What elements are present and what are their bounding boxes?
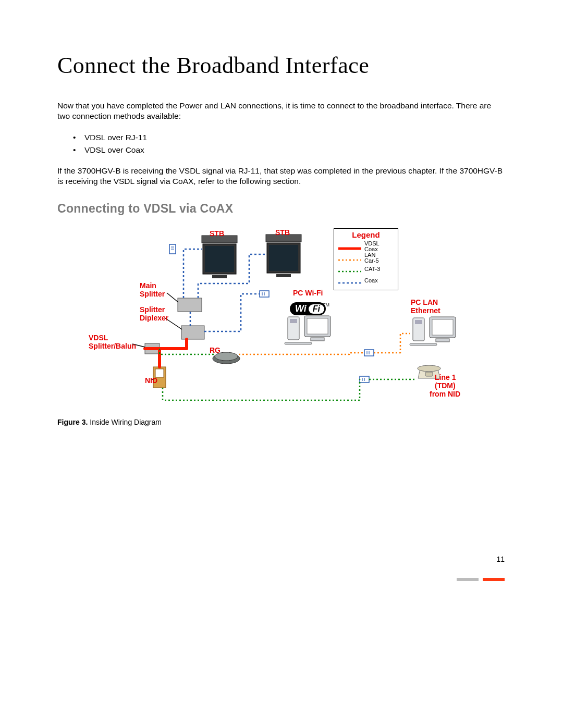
legend-box: Legend VDSLCoax LANCar-5 CAT-3 Coax — [334, 228, 398, 290]
svg-point-39 — [418, 365, 440, 372]
label-main-splitter: Splitter — [140, 290, 165, 298]
svg-rect-40 — [425, 372, 433, 376]
label-line1: (TDM) — [435, 381, 456, 390]
legend-swatch-lan — [338, 255, 361, 261]
pc-icon — [285, 316, 331, 344]
figure-caption: Figure 3. Inside Wiring Diagram — [57, 418, 506, 426]
page-title: Connect the Broadband Interface — [57, 52, 506, 79]
svg-rect-24 — [276, 274, 291, 277]
section-heading: Connecting to VDSL via CoAX — [57, 202, 506, 216]
list-item: VDSL over Coax — [84, 144, 506, 156]
svg-line-41 — [167, 293, 178, 302]
pc-icon — [410, 317, 456, 346]
stb-icon — [202, 236, 237, 278]
svg-rect-19 — [205, 246, 234, 272]
footer-decor — [457, 578, 505, 581]
intro-paragraph: Now that you have completed the Power an… — [57, 101, 506, 122]
wiring-diagram: WiFi TM STB STB Main Splitter Splitter D… — [89, 223, 464, 411]
label-vdsl-splitter: VDSL — [89, 334, 108, 342]
list-item: VDSL over RJ-11 — [84, 131, 506, 144]
label-pc-lan: Ethernet — [411, 306, 440, 315]
svg-rect-20 — [212, 275, 227, 278]
label-nid: NID — [145, 376, 157, 385]
svg-rect-37 — [415, 320, 422, 324]
label-main-splitter: Main — [140, 281, 156, 290]
svg-rect-34 — [432, 319, 453, 335]
label-rg: RG — [210, 346, 221, 354]
wifi-tm: TM — [323, 302, 329, 307]
legend-swatch-coax — [338, 278, 361, 283]
label-pc-lan: PC LAN — [411, 298, 438, 306]
label-stb: STB — [275, 228, 290, 237]
wifi-icon: WiFi — [290, 302, 326, 315]
svg-rect-23 — [269, 245, 298, 271]
page: Connect the Broadband Interface Now that… — [0, 0, 563, 728]
stb-icon — [266, 235, 301, 277]
label-line1: Line 1 — [435, 373, 456, 381]
svg-rect-35 — [436, 339, 449, 342]
svg-rect-38 — [410, 343, 437, 346]
page-number: 11 — [496, 555, 505, 563]
svg-rect-31 — [290, 319, 297, 323]
svg-rect-12 — [178, 298, 202, 312]
body-paragraph: If the 3700HGV-B is receiving the VSDL s… — [57, 166, 506, 187]
legend-swatch-vdsl-coax — [338, 244, 361, 249]
label-splitter-diplexer: Diplexer — [140, 314, 168, 322]
svg-rect-13 — [181, 326, 204, 339]
label-line1: from NID — [430, 390, 460, 398]
svg-rect-29 — [311, 338, 324, 341]
legend-title: Legend — [334, 229, 398, 241]
label-vdsl-splitter: Splitter/Balun — [89, 342, 136, 350]
bullet-list: VDSL over RJ-11 VDSL over Coax — [57, 131, 506, 156]
svg-rect-32 — [285, 342, 312, 344]
legend-swatch-cat3 — [338, 267, 361, 272]
label-pc-wifi: PC Wi-Fi — [293, 289, 323, 297]
svg-rect-28 — [307, 318, 328, 334]
label-splitter-diplexer: Splitter — [140, 305, 165, 314]
label-stb: STB — [210, 229, 224, 238]
